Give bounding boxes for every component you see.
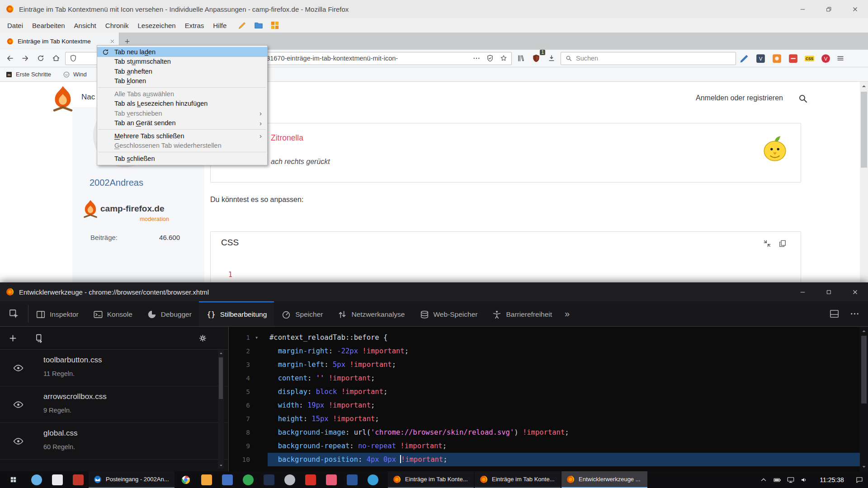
taskbar-button-posteingang-2002an[interactable]: Posteingang - 2002An... [89, 471, 175, 488]
devtools-minimize-button[interactable] [789, 282, 816, 301]
search-bar[interactable]: Suchen [561, 52, 736, 65]
taskbar-pinned-left-0[interactable] [26, 471, 47, 488]
devtools-maximize-button[interactable] [816, 282, 842, 301]
devtools-tab-barrierefreiheit[interactable]: Barrierefreiheit [485, 301, 559, 326]
menubar-item-datei[interactable]: Datei [3, 22, 28, 29]
scroll-up-icon[interactable] [861, 83, 867, 89]
menubar-item-lesezeichen[interactable]: Lesezeichen [133, 22, 180, 29]
taskbar-pinned-mid-0[interactable] [175, 471, 196, 488]
scroll-up-icon[interactable] [219, 351, 223, 356]
stylesheet-item-global-css[interactable]: global.css 60 Regeln. [0, 423, 228, 460]
visibility-toggle-icon[interactable] [13, 436, 24, 447]
menubar-item-extras[interactable]: Extras [180, 22, 209, 29]
signin-link[interactable]: Anmelden oder registrieren [696, 94, 783, 102]
tab-close-icon[interactable] [109, 38, 115, 44]
menubar-item-hilfe[interactable]: Hilfe [208, 22, 231, 29]
taskbar-pinned-mid-4[interactable] [259, 471, 279, 488]
ext-v-circle-icon[interactable]: V [820, 53, 831, 64]
username-link[interactable]: 2002Andreas [90, 178, 143, 188]
home-button[interactable] [50, 52, 62, 65]
protection-ok-icon[interactable] [486, 54, 494, 62]
visibility-toggle-icon[interactable] [13, 399, 24, 410]
copy-code-icon[interactable] [778, 239, 787, 248]
bookmark-item-erste-schritte[interactable]: m Erste Schritte [5, 71, 51, 78]
devtools-tab-web-speicher[interactable]: Web-Speicher [412, 301, 485, 326]
tracking-protection-shield-icon[interactable] [69, 54, 77, 62]
pane-scrollbar[interactable] [218, 350, 224, 469]
context-menu-item-tab-klonen[interactable]: Tab klonen [97, 76, 267, 86]
context-menu-item-tab-anheften[interactable]: Tab anheften [97, 66, 267, 76]
devtools-tab-speicher[interactable]: Speicher [274, 301, 330, 326]
scroll-down-icon[interactable] [861, 464, 867, 469]
more-tabs-button[interactable]: » [559, 301, 575, 326]
context-menu-item-tab-verschieben[interactable]: Tab verschieben › [97, 108, 267, 118]
page-search-icon[interactable] [797, 93, 808, 104]
editor-line-9[interactable]: 9 background-repeat: no-repeat !importan… [229, 439, 860, 453]
maximize-button[interactable] [816, 0, 842, 18]
devtools-close-button[interactable] [842, 282, 868, 301]
taskbar-pinned-mid-8[interactable] [342, 471, 363, 488]
editor-line-2[interactable]: 2 margin-right: -22px !important; [229, 344, 860, 358]
scroll-up-icon[interactable] [861, 328, 867, 334]
stylesheet-item-arrowscrollbox-css[interactable]: arrowscrollbox.css 9 Regeln. [0, 386, 228, 423]
library-button[interactable] [514, 52, 527, 65]
style-editor[interactable]: 1 ▾ #context_reloadTab::before { 2 margi… [229, 327, 868, 471]
taskbar-pinned-left-2[interactable] [68, 471, 89, 488]
site-nav-text[interactable]: Nac [81, 93, 95, 102]
stylesheet-item-toolbarbutton-css[interactable]: toolbarbutton.css 11 Regeln. [0, 350, 228, 386]
editor-line-6[interactable]: 6 width: 19px !important; [229, 399, 860, 412]
mention-link[interactable]: Zitronella [271, 133, 303, 143]
devtools-tab-netzwerkanalyse[interactable]: Netzwerkanalyse [330, 301, 412, 326]
action-center-button[interactable] [853, 476, 866, 484]
menubar-item-bearbeiten[interactable]: Bearbeiten [28, 22, 70, 29]
taskbar-pinned-mid-3[interactable] [238, 471, 259, 488]
scrollbar-thumb[interactable] [219, 357, 223, 399]
devtools-menu-icon[interactable] [849, 309, 860, 319]
taskbar-pinned-mid-7[interactable] [321, 471, 342, 488]
devtools-tab-debugger[interactable]: Debugger [140, 301, 199, 326]
context-menu-item-tab-als-lesezeichen-hinzuf-gen[interactable]: Tab als Lesezeichen hinzufügen [97, 99, 267, 109]
ext-pencil-icon[interactable] [739, 53, 750, 64]
gear-icon[interactable] [198, 333, 208, 343]
scrollbar-thumb[interactable] [861, 336, 867, 404]
bookmark-item-wind[interactable]: W Wind [63, 71, 87, 78]
ext-css-icon[interactable]: CSS [804, 53, 815, 64]
app-menu-button[interactable] [834, 52, 847, 65]
context-menu-item-tab-an-ger-t-senden[interactable]: Tab an Gerät senden › [97, 118, 267, 128]
devtools-tab-inspektor[interactable]: Inspektor [28, 301, 86, 326]
ext-red-icon[interactable] [788, 53, 799, 64]
context-menu-item-tab-neu-laden[interactable]: Tab neu laden [97, 47, 267, 57]
context-menu-item-mehrere-tabs-schlie-en[interactable]: Mehrere Tabs schließen › [97, 131, 267, 141]
site-logo-icon[interactable] [51, 85, 75, 112]
ext-orange-icon[interactable] [771, 53, 783, 64]
element-picker-button[interactable] [0, 301, 28, 326]
devtools-tab-stilbearbeitung[interactable]: {} Stilbearbeitung [199, 301, 274, 326]
volume-indicator[interactable] [797, 476, 811, 484]
network-indicator[interactable] [784, 476, 797, 484]
taskbar-button-eintr-ge-im-tab-konte[interactable]: Einträge im Tab Konte... [475, 471, 561, 488]
collapse-code-icon[interactable] [763, 239, 772, 248]
menubar-item-chronik[interactable]: Chronik [101, 22, 133, 29]
menubar-item-ansicht[interactable]: Ansicht [70, 22, 101, 29]
devtools-tab-konsole[interactable]: Konsole [86, 301, 140, 326]
compose-icon[interactable] [237, 20, 247, 30]
editor-line-8[interactable]: 8 background-image: url('chrome://browse… [229, 426, 860, 439]
scroll-down-icon[interactable] [219, 463, 223, 468]
split-console-icon[interactable] [829, 309, 840, 319]
tray-expand-button[interactable] [757, 476, 770, 484]
editor-line-4[interactable]: 4 content: '' !important; [229, 371, 860, 385]
context-menu-item-geschlossenen-tab-wiederherstellen[interactable]: Geschlossenen Tab wiederherstellen [97, 141, 267, 151]
url-text[interactable]: a/131670-einträge-im-tab-kontextmenü-mit… [257, 55, 467, 62]
close-button[interactable] [842, 0, 868, 18]
apps-grid-icon[interactable] [270, 20, 280, 30]
urlbar-overflow-icon[interactable] [472, 54, 481, 62]
taskbar-pinned-mid-5[interactable] [279, 471, 300, 488]
context-menu-item-tab-stummschalten[interactable]: Tab stummschalten [97, 57, 267, 67]
visibility-toggle-icon[interactable] [13, 362, 24, 374]
bookmark-star-icon[interactable] [500, 54, 508, 62]
editor-scrollbar[interactable] [860, 327, 868, 471]
taskbar-button-eintr-ge-im-tab-konte[interactable]: Einträge im Tab Konte... [388, 471, 474, 488]
editor-line-5[interactable]: 5 display: block !important; [229, 385, 860, 399]
taskbar-pinned-mid-6[interactable] [300, 471, 321, 488]
minimize-button[interactable] [789, 0, 816, 18]
